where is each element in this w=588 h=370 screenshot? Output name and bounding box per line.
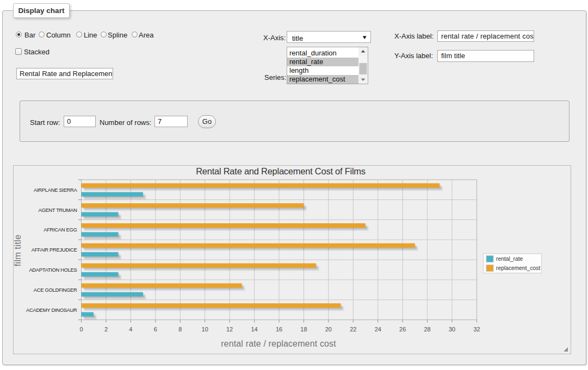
svg-text:rental_rate: rental_rate — [496, 256, 523, 262]
svg-text:AIRPLANE SIERRA: AIRPLANE SIERRA — [34, 187, 77, 193]
svg-text:ACADEMY DINOSAUR: ACADEMY DINOSAUR — [26, 307, 77, 313]
svg-text:28: 28 — [424, 326, 431, 333]
svg-text:ACE GOLDFINGER: ACE GOLDFINGER — [34, 287, 77, 293]
svg-text:ADAPTATION HOLES: ADAPTATION HOLES — [29, 267, 77, 273]
svg-text:6: 6 — [154, 326, 157, 333]
svg-text:14: 14 — [251, 326, 257, 333]
svg-text:12: 12 — [226, 326, 233, 333]
svg-text:24: 24 — [375, 326, 381, 333]
svg-text:30: 30 — [449, 326, 455, 333]
svg-text:rental rate / replacement cost: rental rate / replacement cost — [221, 339, 336, 348]
svg-text:AFRICAN EGG: AFRICAN EGG — [44, 227, 77, 233]
svg-text:0: 0 — [79, 326, 83, 333]
svg-text:Rental Rate and Replacement Co: Rental Rate and Replacement Cost of Film… — [196, 166, 366, 176]
svg-text:8: 8 — [178, 326, 182, 333]
svg-text:20: 20 — [325, 326, 332, 333]
svg-text:AFFAIR PREJUDICE: AFFAIR PREJUDICE — [32, 247, 77, 253]
svg-text:18: 18 — [300, 326, 307, 333]
svg-text:replacement_cost: replacement_cost — [496, 265, 540, 271]
svg-text:film title: film title — [14, 235, 22, 267]
svg-text:32: 32 — [473, 326, 480, 333]
svg-text:AGENT TRUMAN: AGENT TRUMAN — [38, 207, 77, 213]
svg-text:2: 2 — [104, 326, 108, 333]
svg-text:16: 16 — [276, 326, 282, 333]
svg-text:10: 10 — [202, 326, 208, 333]
svg-text:22: 22 — [350, 326, 356, 333]
svg-text:26: 26 — [399, 326, 406, 333]
svg-text:4: 4 — [129, 326, 132, 333]
